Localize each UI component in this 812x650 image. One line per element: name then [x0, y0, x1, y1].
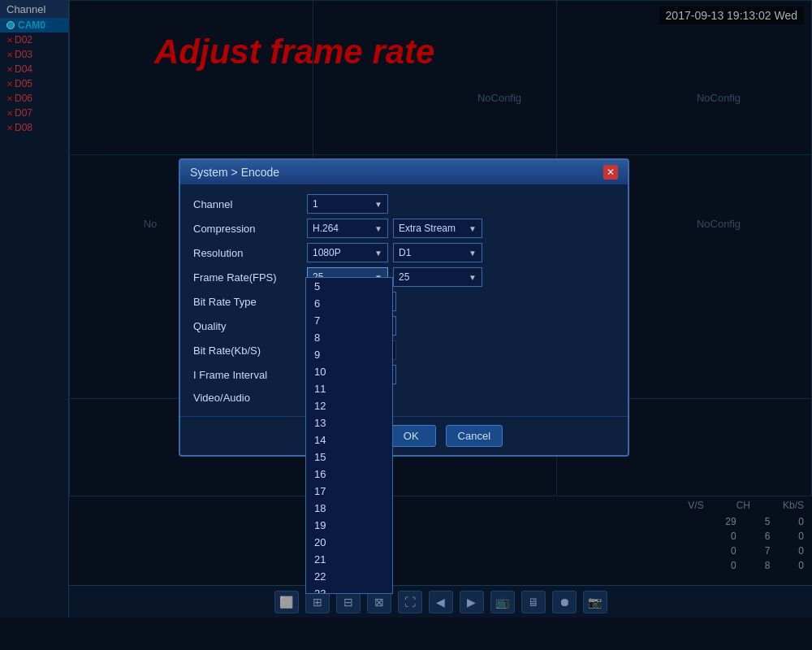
compression-select-value: H.264 — [313, 223, 339, 234]
fps-item-16[interactable]: 16 — [306, 466, 392, 483]
fps-item-7[interactable]: 7 — [306, 312, 392, 329]
extra-stream-arrow: ▼ — [469, 224, 477, 233]
modal-footer: Advanced OK Cancel — [180, 416, 628, 455]
compression-value: H.264 ▼ Extra Stream ▼ — [307, 219, 615, 238]
modal-body: Channel 1 ▼ Compression H.264 ▼ Extra St… — [180, 184, 628, 416]
fps-item-22[interactable]: 22 — [306, 568, 392, 585]
ok-button[interactable]: OK — [387, 425, 436, 447]
resolution-label: Resolution — [193, 245, 307, 262]
framerate-extra-arrow: ▼ — [469, 273, 477, 282]
resolution-select[interactable]: 1080P ▼ — [307, 243, 388, 262]
videoaudio-label: Video/Audio — [193, 389, 307, 406]
cancel-button[interactable]: Cancel — [446, 425, 503, 447]
fps-item-11[interactable]: 11 — [306, 380, 392, 397]
iframe-label: I Frame Interval — [193, 366, 307, 384]
compression-label: Compression — [193, 220, 307, 237]
fps-item-20[interactable]: 20 — [306, 534, 392, 551]
fps-item-17[interactable]: 17 — [306, 483, 392, 500]
resolution-extra-select[interactable]: D1 ▼ — [393, 243, 482, 262]
fps-item-19[interactable]: 19 — [306, 517, 392, 534]
fps-item-9[interactable]: 9 — [306, 346, 392, 363]
framerate-extra-select[interactable]: 25 ▼ — [393, 267, 482, 287]
fps-item-18[interactable]: 18 — [306, 500, 392, 517]
modal-titlebar: System > Encode ✕ — [180, 160, 628, 184]
fps-item-8[interactable]: 8 — [306, 329, 392, 346]
bitrate-type-label: Bit Rate Type — [193, 293, 307, 310]
compression-arrow: ▼ — [374, 224, 382, 233]
fps-item-6[interactable]: 6 — [306, 295, 392, 312]
resolution-value: 1080P ▼ D1 ▼ — [307, 243, 615, 262]
resolution-extra-value: D1 — [399, 247, 411, 258]
modal-overlay: System > Encode ✕ Channel 1 ▼ Compressio… — [0, 0, 812, 650]
channel-select-arrow: ▼ — [374, 200, 382, 209]
channel-select-value: 1 — [313, 198, 318, 210]
bitrate-kbs-label: Bit Rate(Kb/S) — [193, 342, 307, 359]
fps-item-13[interactable]: 13 — [306, 414, 392, 431]
extra-stream-value: Extra Stream — [399, 223, 456, 234]
encode-dialog: System > Encode ✕ Channel 1 ▼ Compressio… — [179, 158, 629, 457]
channel-label: Channel — [193, 196, 307, 213]
quality-label: Quality — [193, 318, 307, 335]
framerate-extra-value: 25 — [399, 271, 409, 283]
channel-select[interactable]: 1 ▼ — [307, 194, 388, 214]
compression-select[interactable]: H.264 ▼ — [307, 219, 388, 238]
fps-dropdown[interactable]: 5 6 7 8 9 10 11 12 13 14 15 16 17 18 19 … — [305, 277, 393, 594]
fps-item-12[interactable]: 12 — [306, 397, 392, 414]
fps-item-14[interactable]: 14 — [306, 431, 392, 448]
modal-close-button[interactable]: ✕ — [603, 165, 618, 180]
resolution-extra-arrow: ▼ — [469, 249, 477, 258]
modal-title: System > Encode — [190, 166, 279, 179]
fps-item-21[interactable]: 21 — [306, 551, 392, 568]
fps-item-23[interactable]: 23 — [306, 585, 392, 594]
fps-item-5[interactable]: 5 — [306, 278, 392, 295]
fps-item-10[interactable]: 10 — [306, 363, 392, 380]
channel-value: 1 ▼ — [307, 194, 615, 214]
resolution-select-value: 1080P — [313, 247, 341, 258]
resolution-arrow: ▼ — [374, 249, 382, 258]
extra-stream-select[interactable]: Extra Stream ▼ — [393, 219, 482, 238]
framerate-label: Frame Rate(FPS) — [193, 269, 307, 286]
fps-item-15[interactable]: 15 — [306, 448, 392, 466]
